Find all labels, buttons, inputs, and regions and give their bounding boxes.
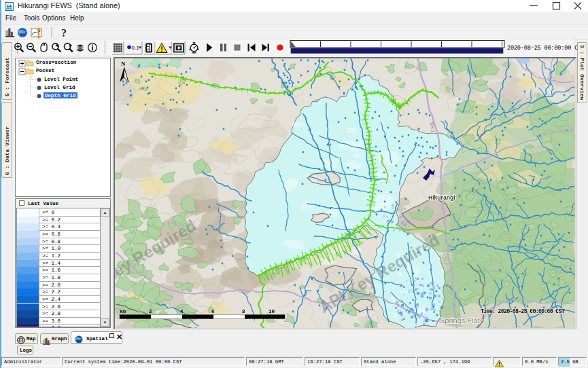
svg-text:6: 6 xyxy=(211,309,215,314)
svg-text:4: 4 xyxy=(180,309,184,314)
svg-text:0.1: 0.1 xyxy=(132,45,140,51)
svg-text:2: 2 xyxy=(149,309,152,314)
svg-text:Springs Flat: Springs Flat xyxy=(440,316,480,325)
svg-text:Hikurangi: Hikurangi xyxy=(428,194,455,201)
svg-text:10: 10 xyxy=(269,309,275,314)
svg-text:N: N xyxy=(121,60,126,67)
svg-text:Time: 2020-08-25 00:00:00 CST: Time: 2020-08-25 00:00:00 CST xyxy=(481,308,565,315)
svg-text:?: ? xyxy=(61,27,67,39)
svg-text:8: 8 xyxy=(242,309,245,314)
svg-text:km: km xyxy=(120,309,126,314)
